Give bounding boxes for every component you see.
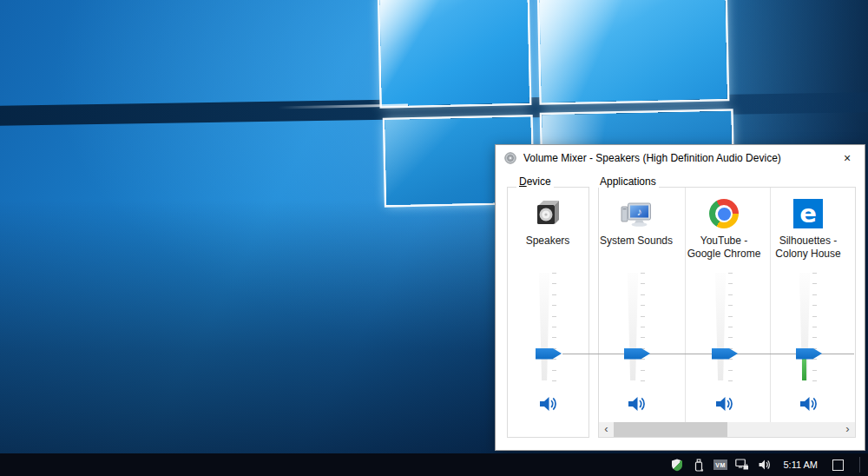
volume-slider-handle[interactable]	[712, 348, 738, 360]
mute-button[interactable]	[623, 393, 649, 414]
slider-ticks	[641, 273, 645, 381]
close-button[interactable]: ×	[838, 151, 857, 165]
show-desktop-button[interactable]	[861, 453, 868, 476]
channel-chrome: YouTube - Google Chrome	[682, 199, 766, 418]
volume-icon	[626, 395, 647, 413]
vmware-icon[interactable]: VM	[713, 458, 727, 472]
usb-device-icon[interactable]	[692, 458, 706, 472]
speaker-device-icon	[533, 199, 562, 228]
horizontal-scrollbar[interactable]: ‹ ›	[599, 422, 855, 437]
channel-name: Speakers	[506, 235, 589, 248]
system-sounds-icon: ♪	[620, 199, 653, 228]
channel-name: System Sounds	[595, 235, 678, 248]
volume-slider-track[interactable]	[628, 273, 638, 380]
defender-shield-icon[interactable]	[670, 458, 684, 472]
scroll-right-button[interactable]: ›	[840, 422, 855, 437]
h-scrollbar-thumb[interactable]	[614, 422, 727, 437]
action-center-icon[interactable]	[832, 459, 844, 471]
audio-level-meter	[802, 359, 806, 380]
volume-tray-icon[interactable]	[757, 458, 771, 472]
slider-ticks	[552, 273, 556, 381]
channel-name: Silhouettes - Colony House	[766, 235, 850, 261]
channel-speakers: Speakers	[506, 199, 589, 418]
slider-ticks	[728, 273, 733, 381]
device-group-label: Device	[516, 175, 554, 188]
title-bar[interactable]: Volume Mixer - Speakers (High Definition…	[496, 145, 865, 171]
mute-button[interactable]	[711, 393, 737, 414]
volume-mixer-window: Volume Mixer - Speakers (High Definition…	[495, 144, 865, 451]
window-title: Volume Mixer - Speakers (High Definition…	[523, 152, 781, 164]
windows-logo-pane-top-right	[539, 0, 727, 102]
scroll-left-button[interactable]: ‹	[599, 422, 614, 437]
volume-icon	[713, 395, 734, 413]
channel-edge: e Silhouettes - Colony House	[766, 199, 850, 418]
svg-text:♪: ♪	[637, 206, 642, 218]
volume-icon	[537, 395, 558, 413]
channel-name: YouTube - Google Chrome	[682, 235, 766, 261]
desktop: Volume Mixer - Speakers (High Definition…	[0, 0, 868, 476]
system-tray: VM	[670, 458, 771, 472]
volume-icon	[798, 395, 819, 413]
chrome-icon	[709, 199, 739, 228]
network-icon[interactable]	[735, 458, 749, 472]
volume-slider-track[interactable]	[715, 273, 726, 380]
mute-button[interactable]	[535, 393, 561, 414]
volume-slider-track[interactable]	[539, 273, 549, 380]
applications-group-label: Applications	[597, 175, 659, 188]
windows-logo-pane-top-left	[379, 0, 529, 106]
mute-button[interactable]	[795, 393, 821, 414]
channel-system-sounds: ♪ System Sounds	[595, 199, 678, 418]
taskbar: VM 5:11 AM	[0, 453, 868, 476]
volume-slider-handle[interactable]	[536, 348, 562, 360]
taskbar-separator	[859, 457, 860, 473]
edge-icon: e	[793, 199, 823, 228]
window-content: Device Applications	[496, 171, 865, 450]
volume-slider-handle[interactable]	[624, 348, 650, 360]
taskbar-clock[interactable]: 5:11 AM	[783, 459, 818, 470]
window-speaker-icon	[503, 151, 517, 165]
